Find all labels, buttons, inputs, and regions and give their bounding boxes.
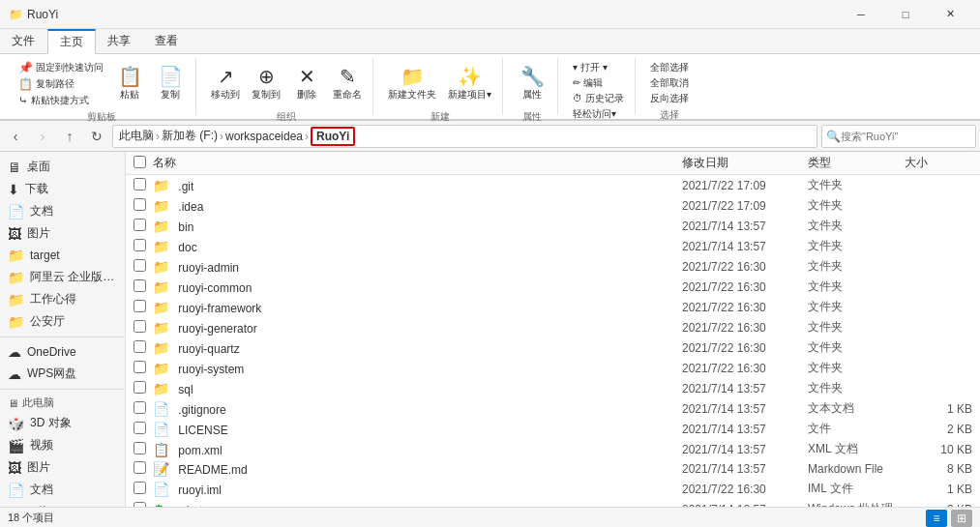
sidebar-item-pictures-2[interactable]: 🖼 图片 xyxy=(0,456,125,479)
copy-to-button[interactable]: ⊕ 复制到 xyxy=(247,60,285,108)
tab-home[interactable]: 主页 xyxy=(47,29,96,54)
sidebar-item-download-2[interactable]: ⬇ 下载 xyxy=(0,501,125,507)
file-checkbox[interactable] xyxy=(134,259,146,272)
file-checkbox[interactable] xyxy=(134,279,146,292)
file-checkbox[interactable] xyxy=(134,381,146,394)
rename-button[interactable]: ✎ 重命名 xyxy=(328,60,367,108)
sidebar-item-target[interactable]: 📁 target xyxy=(0,245,125,266)
deselect-button[interactable]: 全部取消 xyxy=(645,75,694,91)
header-type[interactable]: 类型 xyxy=(808,155,905,171)
refresh-button[interactable]: ↻ xyxy=(85,125,108,148)
paste-button[interactable]: 📋 粘贴 xyxy=(110,60,149,108)
file-row[interactable]: 📄 .gitignore 2021/7/14 13:57 文本文档 1 KB xyxy=(126,398,980,419)
file-check[interactable] xyxy=(134,422,153,437)
paste-shortcut-button[interactable]: ⤷ 粘贴快捷方式 xyxy=(14,93,94,108)
sidebar-item-pictures-1[interactable]: 🖼 图片 xyxy=(0,222,125,245)
file-checkbox[interactable] xyxy=(134,219,146,231)
sidebar-item-onedrive[interactable]: ☁ OneDrive xyxy=(0,341,125,363)
restore-button[interactable]: □ xyxy=(883,0,928,29)
sidebar-item-docs-1[interactable]: 📄 文档 xyxy=(0,200,125,222)
file-check[interactable] xyxy=(134,279,153,295)
move-to-button[interactable]: ↗ 移动到 xyxy=(206,60,245,108)
new-item-button[interactable]: ✨ 新建项目▾ xyxy=(443,60,496,108)
file-check[interactable] xyxy=(134,198,153,214)
path-computer[interactable]: 此电脑 xyxy=(119,128,154,144)
file-check[interactable] xyxy=(134,178,153,193)
file-row[interactable]: 📁 ruoyi-admin 2021/7/22 16:30 文件夹 xyxy=(126,256,980,277)
delete-button[interactable]: ✕ 删除 xyxy=(287,60,326,108)
edit-button[interactable]: ✏ 编辑 xyxy=(568,75,629,91)
file-check[interactable] xyxy=(134,239,153,254)
sidebar-item-aliyun[interactable]: 📁 阿里云 企业版 v... xyxy=(0,266,125,288)
sidebar-item-3d[interactable]: 🎲 3D 对象 xyxy=(0,412,125,434)
file-row[interactable]: 📁 .git 2021/7/22 17:09 文件夹 xyxy=(126,175,980,195)
file-checkbox[interactable] xyxy=(134,198,146,211)
file-row[interactable]: ⚙ ry.bat 2021/7/14 13:57 Windows 批处理... … xyxy=(126,499,980,507)
sidebar-item-download-1[interactable]: ⬇ 下载 xyxy=(0,178,125,200)
up-button[interactable]: ↑ xyxy=(58,125,81,148)
file-check[interactable] xyxy=(134,300,153,315)
file-row[interactable]: 📁 ruoyi-quartz 2021/7/22 16:30 文件夹 xyxy=(126,337,980,358)
history-button[interactable]: ⏱ 历史记录 xyxy=(568,91,629,106)
file-row[interactable]: 📁 ruoyi-common 2021/7/22 16:30 文件夹 xyxy=(126,277,980,297)
file-row[interactable]: 📁 ruoyi-system 2021/7/22 16:30 文件夹 xyxy=(126,358,980,378)
file-check[interactable] xyxy=(134,340,153,356)
file-checkbox[interactable] xyxy=(134,461,146,474)
header-size[interactable]: 大小 xyxy=(905,155,972,171)
file-checkbox[interactable] xyxy=(134,422,146,434)
address-path[interactable]: 此电脑 › 新加卷 (F:) › workspaceidea › RuoYi xyxy=(112,125,817,148)
file-checkbox[interactable] xyxy=(134,320,146,333)
path-workspace[interactable]: workspaceidea xyxy=(225,130,303,143)
file-checkbox[interactable] xyxy=(134,442,146,454)
sidebar-item-video[interactable]: 🎬 视频 xyxy=(0,434,125,456)
file-row[interactable]: 📋 pom.xml 2021/7/14 13:57 XML 文档 10 KB xyxy=(126,439,980,459)
tab-file[interactable]: 文件 xyxy=(0,29,47,53)
file-row[interactable]: 📁 doc 2021/7/14 13:57 文件夹 xyxy=(126,236,980,256)
pin-quick-access-button[interactable]: 📌 固定到快速访问 xyxy=(14,60,108,75)
open-button[interactable]: ▾ 打开 ▾ xyxy=(568,60,629,75)
minimize-button[interactable]: ─ xyxy=(839,0,883,29)
tab-view[interactable]: 查看 xyxy=(143,29,191,53)
file-row[interactable]: 📁 bin 2021/7/14 13:57 文件夹 xyxy=(126,216,980,236)
file-check[interactable] xyxy=(134,361,153,376)
copy-button[interactable]: 📄 复制 xyxy=(151,60,190,108)
file-checkbox[interactable] xyxy=(134,502,146,508)
file-check[interactable] xyxy=(134,442,153,457)
file-row[interactable]: 📄 LICENSE 2021/7/14 13:57 文件 2 KB xyxy=(126,419,980,439)
properties-button[interactable]: 🔧 属性 xyxy=(513,60,551,108)
file-row[interactable]: 📝 README.md 2021/7/14 13:57 Markdown Fil… xyxy=(126,459,980,479)
file-check[interactable] xyxy=(134,482,153,497)
easy-access-button[interactable]: 轻松访问▾ xyxy=(568,106,629,122)
file-row[interactable]: 📁 .idea 2021/7/22 17:09 文件夹 xyxy=(126,195,980,216)
search-input[interactable] xyxy=(841,131,974,142)
path-ruoyi[interactable]: RuoYi xyxy=(311,127,355,146)
sidebar-this-pc[interactable]: 🖥 此电脑 xyxy=(0,394,125,412)
file-check[interactable] xyxy=(134,401,153,417)
sidebar-item-docs-2[interactable]: 📄 文档 xyxy=(0,479,125,501)
copy-path-button[interactable]: 📋 复制路径 xyxy=(14,76,79,92)
sidebar-item-desktop-1[interactable]: 🖥 桌面 xyxy=(0,156,125,178)
file-row[interactable]: 📁 ruoyi-framework 2021/7/22 16:30 文件夹 xyxy=(126,297,980,317)
search-box[interactable]: 🔍 xyxy=(821,125,976,148)
forward-button[interactable]: › xyxy=(31,125,54,148)
file-checkbox[interactable] xyxy=(134,401,146,414)
sidebar-item-work-notes[interactable]: 📁 工作心得 xyxy=(0,288,125,310)
file-check[interactable] xyxy=(134,320,153,336)
sidebar-item-police[interactable]: 📁 公安厅 xyxy=(0,310,125,333)
header-date[interactable]: 修改日期 xyxy=(682,155,808,171)
file-check[interactable] xyxy=(134,502,153,508)
select-all-button[interactable]: 全部选择 xyxy=(645,60,694,75)
file-row[interactable]: 📄 ruoyi.iml 2021/7/22 16:30 IML 文件 1 KB xyxy=(126,479,980,499)
tab-share[interactable]: 共享 xyxy=(96,29,143,53)
back-button[interactable]: ‹ xyxy=(4,125,27,148)
file-checkbox[interactable] xyxy=(134,340,146,353)
file-checkbox[interactable] xyxy=(134,178,146,190)
file-check[interactable] xyxy=(134,461,153,477)
file-check[interactable] xyxy=(134,381,153,396)
file-checkbox[interactable] xyxy=(134,300,146,312)
view-details-button[interactable]: ≡ xyxy=(926,510,947,527)
header-check[interactable] xyxy=(134,156,153,171)
view-tiles-button[interactable]: ⊞ xyxy=(951,510,972,527)
file-check[interactable] xyxy=(134,259,153,275)
header-name[interactable]: 名称 xyxy=(153,155,682,171)
